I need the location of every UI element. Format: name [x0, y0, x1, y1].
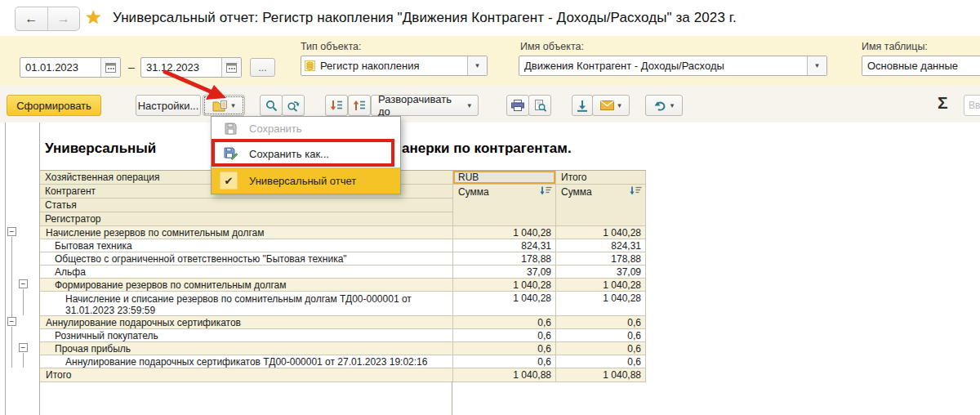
- cell-total[interactable]: 178,88: [556, 252, 646, 266]
- cell-operation[interactable]: Начисление резервов по сомнительным долг…: [40, 226, 453, 239]
- print-preview-button[interactable]: [528, 95, 551, 116]
- date-from-field[interactable]: 01.01.2023: [20, 57, 121, 78]
- cell-registrar[interactable]: Начисление и списание резервов по сомнит…: [40, 292, 453, 316]
- table-row: Начисление резервов по сомнительным долг…: [40, 226, 646, 239]
- expand-to-button[interactable]: Разворачивать до ▾: [371, 95, 479, 116]
- collapse-groups-button[interactable]: [348, 95, 371, 116]
- object-type-value: Регистр накопления: [315, 60, 467, 72]
- print-button[interactable]: [506, 95, 529, 116]
- cell-counterparty[interactable]: Розничный покупатель: [40, 329, 453, 342]
- header-total[interactable]: Итого: [556, 171, 646, 185]
- cell-article-group[interactable]: Формирование резервов по сомнительным до…: [40, 279, 453, 292]
- cell-total[interactable]: 0,6: [556, 342, 646, 355]
- cell-sum[interactable]: 37,09: [453, 266, 556, 279]
- app-window: ← → ★ Универсальный отчет: Регистр накоп…: [0, 0, 980, 415]
- cell-registrar[interactable]: Аннулирование подарочных сертификатов ТД…: [40, 355, 453, 368]
- ellipsis-label: ...: [258, 62, 266, 74]
- nav-buttons: ← →: [15, 7, 80, 31]
- save-file-button[interactable]: [572, 95, 593, 116]
- sort-descending-icon[interactable]: [630, 186, 642, 195]
- cell-counterparty[interactable]: Альфа: [40, 266, 453, 279]
- cell-total[interactable]: 0,6: [556, 355, 646, 368]
- back-button[interactable]: ←: [16, 7, 48, 30]
- cell-grand-total[interactable]: 1 040,88: [556, 368, 646, 382]
- cell-total[interactable]: 37,09: [556, 266, 646, 279]
- cell-counterparty[interactable]: Общество с ограниченной ответственностью…: [40, 252, 453, 266]
- chevron-down-icon: ▾: [670, 102, 675, 109]
- cell-sum[interactable]: 1 040,28: [453, 279, 556, 292]
- printer-icon: [511, 100, 524, 111]
- collapse-groups-icon: [353, 100, 366, 111]
- cell-total[interactable]: 824,31: [556, 239, 646, 252]
- register-icon: [305, 60, 315, 71]
- cell-total[interactable]: 1 040,28: [556, 279, 646, 292]
- cell-total[interactable]: 0,6: [556, 316, 646, 329]
- undo-change-button[interactable]: ▾: [645, 95, 683, 116]
- send-email-button[interactable]: ▾: [592, 95, 630, 116]
- check-glyph: ✔: [225, 175, 234, 187]
- cell-operation[interactable]: Аннулирование подарочных сертификатов: [40, 316, 453, 329]
- cell-grand-total-label[interactable]: Итого: [40, 368, 453, 382]
- generate-button[interactable]: Сформировать: [7, 95, 101, 116]
- chevron-down-icon: ▾: [617, 102, 621, 109]
- header-registrar[interactable]: Регистратор: [40, 212, 453, 226]
- group-collapse-button[interactable]: −: [19, 279, 28, 288]
- tree-line: [23, 289, 24, 315]
- cell-sum[interactable]: 0,6: [453, 329, 556, 342]
- cell-sum[interactable]: 1 040,28: [453, 292, 556, 316]
- find-button[interactable]: [260, 95, 283, 116]
- menu-item-save[interactable]: Сохранить: [212, 117, 400, 140]
- header-article[interactable]: Статья: [40, 199, 453, 212]
- group-collapse-button[interactable]: −: [7, 317, 16, 326]
- favorite-star-icon[interactable]: ★: [85, 7, 102, 29]
- tree-line: [23, 353, 24, 368]
- expand-groups-button[interactable]: [325, 95, 348, 116]
- table-row: Альфа 37,09 37,09: [40, 266, 646, 279]
- tree-line: [11, 327, 12, 368]
- header-currency-selected-cell[interactable]: RUB: [453, 171, 556, 185]
- cell-sum[interactable]: 1 040,28: [453, 226, 556, 239]
- report-toolbar: Сформировать Настройки... ▾: [0, 86, 980, 123]
- cell-counterparty[interactable]: Бытовая техника: [40, 239, 453, 252]
- find-next-button[interactable]: [282, 95, 305, 116]
- cell-sum[interactable]: 178,88: [453, 252, 556, 266]
- cell-sum[interactable]: 0,6: [453, 316, 556, 329]
- object-type-combo[interactable]: Регистр накопления ▾: [301, 56, 488, 76]
- expand-to-label: Разворачивать до: [378, 93, 464, 118]
- filter-panel: 01.01.2023 – 31.12.2023 ... Тип объе: [0, 36, 980, 87]
- object-type-dropdown-button[interactable]: ▾: [467, 56, 487, 75]
- cell-total[interactable]: 0,6: [556, 329, 646, 342]
- period-more-button[interactable]: ...: [250, 58, 275, 77]
- cell-total[interactable]: 1 040,28: [556, 292, 646, 316]
- header-sum-total[interactable]: Сумма: [556, 185, 646, 226]
- table-row: Розничный покупатель 0,6 0,6: [40, 329, 646, 342]
- autosum-field[interactable]: Вв: [964, 95, 980, 116]
- cell-sum[interactable]: 0,6: [453, 355, 556, 368]
- cell-grand-total-sum[interactable]: 1 040,88: [453, 368, 556, 382]
- table-name-field[interactable]: Основные данные: [862, 56, 980, 76]
- cell-sum[interactable]: 0,6: [453, 342, 556, 355]
- table-name-value: Основные данные: [862, 60, 980, 72]
- group-collapse-button[interactable]: −: [19, 343, 28, 352]
- cell-sum[interactable]: 824,31: [453, 239, 556, 252]
- cell-article-group[interactable]: Прочая прибыль: [40, 342, 453, 355]
- forward-icon: →: [57, 11, 70, 26]
- object-name-dropdown-button[interactable]: ▾: [807, 56, 826, 75]
- date-from-value: 01.01.2023: [20, 61, 100, 74]
- search-icon: [265, 100, 278, 112]
- generate-label: Сформировать: [16, 100, 91, 112]
- header-sum-rub[interactable]: Сумма: [453, 185, 556, 226]
- calendar-button[interactable]: [100, 58, 120, 77]
- chevron-down-icon: ▾: [815, 62, 819, 69]
- forward-button[interactable]: →: [48, 7, 80, 30]
- sum-label: Сумма: [561, 186, 592, 199]
- download-icon: [577, 100, 588, 112]
- menu-item-current-variant[interactable]: ✔ Универсальный отчет: [212, 167, 400, 194]
- annotation-rectangle: [212, 139, 394, 167]
- back-icon: ←: [24, 11, 38, 26]
- table-row: Аннулирование подарочных сертификатов ТД…: [40, 355, 646, 368]
- cell-total[interactable]: 1 040,28: [556, 226, 646, 239]
- object-name-combo[interactable]: Движения Контрагент - Доходы/Расходы ▾: [519, 56, 827, 76]
- group-collapse-button[interactable]: −: [7, 227, 16, 236]
- sort-descending-icon[interactable]: [540, 186, 552, 195]
